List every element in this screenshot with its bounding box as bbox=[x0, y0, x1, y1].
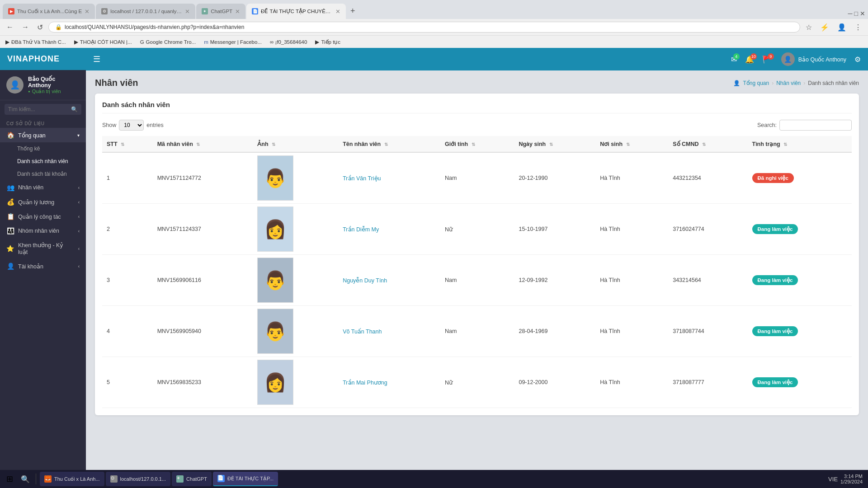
cell-manv-3: MNV1569905940 bbox=[153, 306, 253, 357]
bookmark-2[interactable]: ▶ THOẠI CÓT HOAN |... bbox=[72, 38, 134, 46]
status-badge-3: Đang làm việc bbox=[752, 326, 798, 336]
tab-close-4[interactable]: ✕ bbox=[335, 8, 340, 15]
bookmark-6[interactable]: ▶ Tiếp tục bbox=[313, 38, 342, 46]
cell-stt-0: 1 bbox=[102, 152, 153, 204]
hamburger-icon[interactable]: ☰ bbox=[93, 54, 100, 64]
col-ngaysinh[interactable]: Ngày sinh ⇅ bbox=[514, 136, 595, 152]
cell-cmnd-3: 3718087744 bbox=[668, 306, 747, 357]
profile-button[interactable]: 👤 bbox=[835, 22, 849, 33]
minimize-button[interactable]: ─ bbox=[848, 10, 853, 17]
maximize-button[interactable]: □ bbox=[854, 10, 858, 17]
tab-label-4: ĐỀ TÀI THỰC TẬP CHUYÊN NG... bbox=[261, 8, 333, 14]
new-tab-button[interactable]: + bbox=[347, 5, 359, 18]
cell-birthplace-2: Hà Tĩnh bbox=[595, 255, 668, 306]
cell-photo-3: 👨 bbox=[253, 306, 338, 357]
sidebar-item-dsnhanvien[interactable]: Danh sách nhân viên bbox=[0, 155, 86, 168]
sort-icon-tennv: ⇅ bbox=[384, 142, 388, 147]
tab-close-2[interactable]: ✕ bbox=[185, 8, 190, 15]
sidebar-search-input[interactable] bbox=[5, 104, 81, 115]
cell-name-2: Nguyễn Duy Tính bbox=[338, 255, 440, 306]
cell-stt-2: 3 bbox=[102, 255, 153, 306]
sidebar-item-nhomnhanvien[interactable]: 👨‍👩‍👧 Nhóm nhân viên ‹ bbox=[0, 224, 86, 238]
employee-photo-2: 👨 bbox=[257, 258, 293, 303]
back-button[interactable]: ← bbox=[4, 22, 16, 32]
sidebar-item-khenthuong[interactable]: ⭐ Khen thưởng - Kỷ luật ‹ bbox=[0, 238, 86, 259]
taskbar-apps: 🦊 Thu Cuối x Là Anh... ⚙ localhost/127.0… bbox=[40, 472, 826, 486]
employee-name-link-2[interactable]: Nguyễn Duy Tính bbox=[343, 277, 387, 284]
address-bar-row: ← → ↺ 🔒 localhost/QUANLYNHANSU/pages/ds-… bbox=[0, 19, 868, 35]
bell-icon-button[interactable]: 🔔 10 bbox=[745, 55, 754, 64]
status-badge-2: Đang làm việc bbox=[752, 275, 798, 285]
col-cmnd[interactable]: Số CMND ⇅ bbox=[668, 136, 747, 152]
tab-label-2: localhost / 127.0.0.1 / quanly_n bbox=[110, 9, 182, 14]
cell-birthday-2: 12-09-1992 bbox=[514, 255, 595, 306]
col-manv[interactable]: Mã nhân viên ⇅ bbox=[153, 136, 253, 152]
cell-photo-2: 👨 bbox=[253, 255, 338, 306]
breadcrumb-home[interactable]: Tổng quan bbox=[743, 80, 769, 86]
tab-favicon-1: ▶ bbox=[8, 8, 14, 14]
bookmark-3[interactable]: G Google Chrome Tro... bbox=[138, 38, 198, 46]
sidebar-logo: VINAPHONE bbox=[0, 48, 86, 70]
refresh-button[interactable]: ↺ bbox=[34, 22, 46, 33]
tab-bar: ▶ Thu Cuối x Là Anh...Cùng E ✕ ⚙ localho… bbox=[0, 0, 868, 19]
tab-close-1[interactable]: ✕ bbox=[85, 8, 90, 15]
entries-select[interactable]: 10 25 50 100 bbox=[119, 120, 144, 131]
cell-stt-4: 5 bbox=[102, 357, 153, 408]
sort-icon-anh: ⇅ bbox=[272, 142, 275, 147]
browser-tab-1[interactable]: ▶ Thu Cuối x Là Anh...Cùng E ✕ bbox=[3, 4, 95, 19]
sidebar-item-nhanvien[interactable]: 👥 Nhân viên ‹ bbox=[0, 180, 86, 195]
col-tennv[interactable]: Tên nhân viên ⇅ bbox=[338, 136, 440, 152]
address-bar[interactable]: 🔒 localhost/QUANLYNHANSU/pages/ds-nhanvi… bbox=[48, 22, 800, 33]
bookmark-1[interactable]: ▶ ĐBà Thứ Và Thành C... bbox=[4, 38, 68, 46]
taskbar-app-chatgpt[interactable]: ✦ ChatGPT bbox=[172, 472, 212, 486]
col-stt[interactable]: STT ⇅ bbox=[102, 136, 153, 152]
taskbar-app-active[interactable]: 📄 ĐỀ TÀI THỰC TẬP... bbox=[213, 472, 278, 486]
taskbar-search-button[interactable]: 🔍 bbox=[19, 472, 32, 486]
forward-button[interactable]: → bbox=[19, 22, 32, 32]
taskbar-app-2[interactable]: ⚙ localhost/127.0.0.1... bbox=[106, 472, 171, 486]
top-nav: ☰ ✉ 4 🔔 10 🚩 9 👤 Bảo Quốc Anthony bbox=[86, 48, 868, 70]
bookmark-label-5: ∞ ¡f0_35684640 bbox=[270, 39, 307, 45]
employee-name-link-0[interactable]: Trần Văn Triệu bbox=[343, 175, 381, 182]
cell-photo-4: 👩 bbox=[253, 357, 338, 408]
employee-name-link-4[interactable]: Trần Mai Phương bbox=[343, 380, 387, 386]
col-anh[interactable]: Ảnh ⇅ bbox=[253, 136, 338, 152]
bookmark-5[interactable]: ∞ ¡f0_35684640 bbox=[268, 38, 309, 46]
employee-name-link-1[interactable]: Trần Diễm My bbox=[343, 226, 379, 233]
sidebar-item-label-quanlycongtac: Quản lý công tác bbox=[18, 213, 61, 220]
close-button[interactable]: ✕ bbox=[860, 10, 865, 17]
browser-tab-4[interactable]: 📄 ĐỀ TÀI THỰC TẬP CHUYÊN NG... ✕ bbox=[246, 4, 346, 19]
tab-close-3[interactable]: ✕ bbox=[235, 8, 240, 15]
bookmark-star-button[interactable]: ☆ bbox=[803, 22, 815, 33]
search-input[interactable] bbox=[779, 120, 852, 131]
sidebar-item-quanlycongtac[interactable]: 📋 Quản lý công tác ‹ bbox=[0, 209, 86, 224]
sidebar-item-tongquan[interactable]: 🏠 Tổng quan ▾ bbox=[0, 128, 86, 142]
col-tinhtrang[interactable]: Tình trạng ⇅ bbox=[748, 136, 852, 152]
start-button[interactable]: ⊞ bbox=[3, 472, 17, 486]
breadcrumb-nhanvien[interactable]: Nhân viên bbox=[776, 80, 801, 86]
extensions-button[interactable]: ⚡ bbox=[817, 22, 832, 33]
sidebar-item-taikhoan[interactable]: 👤 Tài khoản ‹ bbox=[0, 259, 86, 273]
col-noisin[interactable]: Nơi sinh ⇅ bbox=[595, 136, 668, 152]
topnav-username: Bảo Quốc Anthony bbox=[798, 56, 846, 63]
col-gioitinh[interactable]: Giới tính ⇅ bbox=[440, 136, 514, 152]
star-icon: ⭐ bbox=[6, 245, 14, 252]
sidebar-item-quanlyluong[interactable]: 💰 Quản lý lương ‹ bbox=[0, 195, 86, 209]
taskbar-app-firefox[interactable]: 🦊 Thu Cuối x Là Anh... bbox=[40, 472, 104, 486]
table-row: 5 MNV1569835233 👩 Trần Mai Phương Nữ 09-… bbox=[102, 357, 852, 408]
sidebar-item-label-khenthuong: Khen thưởng - Kỷ luật bbox=[18, 242, 75, 255]
browser-tab-3[interactable]: ✦ ChatGPT ✕ bbox=[196, 4, 245, 19]
page-title: Nhân viên bbox=[95, 78, 138, 88]
sidebar-item-dstaikhoan[interactable]: Danh sách tài khoản bbox=[0, 168, 86, 180]
mail-icon-button[interactable]: ✉ 4 bbox=[731, 55, 737, 64]
topnav-user[interactable]: 👤 Bảo Quốc Anthony bbox=[781, 52, 846, 66]
browser-tab-2[interactable]: ⚙ localhost / 127.0.0.1 / quanly_n ✕ bbox=[96, 4, 195, 19]
settings-icon-button[interactable]: ⚙ bbox=[854, 55, 861, 64]
sidebar-item-thongke[interactable]: Thống kê bbox=[0, 142, 86, 155]
language-indicator[interactable]: VIE bbox=[828, 476, 838, 483]
group-icon: 👨‍👩‍👧 bbox=[6, 227, 14, 235]
bookmark-4[interactable]: m Messenger | Facebo... bbox=[202, 38, 264, 46]
employee-name-link-3[interactable]: Võ Tuấn Thanh bbox=[343, 328, 382, 335]
browser-menu-button[interactable]: ⋮ bbox=[852, 22, 864, 33]
flag-icon-button[interactable]: 🚩 9 bbox=[762, 55, 771, 64]
